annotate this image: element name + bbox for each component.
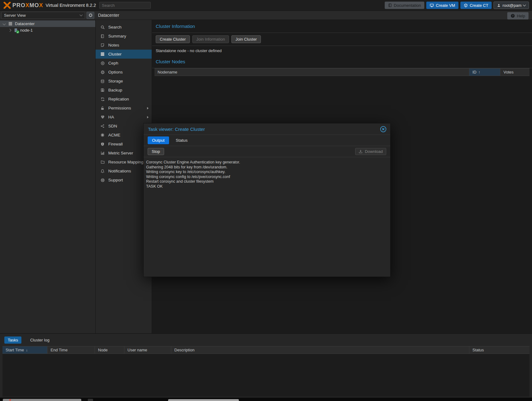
documentation-button[interactable]: Documentation — [385, 2, 424, 9]
tree-item-label: Datacenter — [15, 21, 35, 26]
task-viewer-modal: Task viewer: Create Cluster Output Statu… — [143, 123, 391, 277]
column-header-description[interactable]: Description — [171, 346, 469, 354]
column-header-node[interactable]: Node — [95, 346, 124, 354]
gear-icon — [100, 70, 105, 74]
cluster-information-title: Cluster Information — [152, 20, 532, 33]
menu-item-notes[interactable]: Notes — [96, 41, 152, 50]
proxmox-logo: PROXMOX Virtual Environment 8.2.2 — [3, 2, 96, 9]
column-header-nodename[interactable]: Nodename — [154, 69, 469, 76]
join-information-button[interactable]: Join Information — [192, 35, 229, 43]
taskbar-window-3[interactable] — [168, 399, 239, 401]
menu-label: Replication — [108, 97, 129, 101]
global-search-input[interactable] — [99, 2, 151, 9]
tree-item-label: node-1 — [20, 28, 33, 33]
book-icon — [388, 3, 392, 7]
menu-label: Ceph — [108, 61, 118, 65]
help-button[interactable]: ? Help — [507, 12, 529, 20]
chevron-down-icon — [523, 3, 526, 7]
view-select-dropdown[interactable]: Server View — [1, 12, 85, 19]
menu-label: Cluster — [108, 52, 122, 56]
menu-label: Permissions — [108, 106, 131, 110]
download-label: Download — [365, 149, 383, 154]
user-menu-button[interactable]: root@pam — [494, 2, 529, 9]
tree-item-node-1[interactable]: node-1 — [0, 27, 95, 33]
tab-output[interactable]: Output — [148, 136, 169, 144]
life-ring-icon — [100, 178, 105, 182]
cluster-information-toolbar: Create Cluster Join Information Join Clu… — [152, 33, 532, 46]
sort-desc-icon: ↓ — [26, 348, 28, 352]
view-settings-button[interactable] — [87, 12, 94, 19]
tab-status[interactable]: Status — [172, 136, 192, 144]
seal-icon — [100, 133, 105, 137]
create-ct-button[interactable]: Create CT — [460, 2, 492, 9]
menu-item-cluster[interactable]: Cluster — [96, 50, 152, 59]
caret-right-icon[interactable] — [9, 29, 12, 31]
menu-label: Notifications — [108, 169, 131, 173]
taskbar-window-2[interactable] — [88, 399, 93, 401]
download-button[interactable]: Download — [355, 148, 386, 155]
column-header-votes[interactable]: Votes — [500, 69, 530, 76]
create-vm-button[interactable]: Create VM — [426, 2, 458, 9]
menu-item-backup[interactable]: Backup — [96, 86, 152, 95]
task-log-output[interactable]: Corosync Cluster Engine Authentication k… — [144, 157, 390, 277]
server-stack-icon — [100, 52, 105, 56]
join-cluster-button[interactable]: Join Cluster — [231, 35, 261, 43]
column-header-status[interactable]: Status — [469, 346, 530, 354]
menu-label: Metric Server — [108, 151, 133, 155]
log-line: Writing corosync config to /etc/pve/coro… — [146, 175, 388, 180]
menu-item-summary[interactable]: Summary — [96, 32, 152, 41]
menu-item-options[interactable]: Options — [96, 68, 152, 77]
column-header-user-name[interactable]: User name — [124, 346, 171, 354]
tree-item-datacenter[interactable]: Datacenter — [0, 20, 95, 27]
menu-item-ceph[interactable]: Ceph — [96, 59, 152, 68]
column-label: Description — [174, 348, 194, 352]
tab-cluster-log[interactable]: Cluster log — [27, 336, 53, 344]
taskbar-strip — [0, 398, 532, 401]
column-header-id[interactable]: ID ↑ — [469, 69, 500, 76]
column-label: Nodename — [158, 70, 177, 74]
taskbar-window-1[interactable] — [3, 399, 81, 401]
cube-icon — [464, 3, 468, 7]
modal-title: Task viewer: Create Cluster — [148, 127, 205, 132]
log-line: Writing corosync key to /etc/corosync/au… — [146, 170, 388, 175]
create-cluster-button[interactable]: Create Cluster — [156, 35, 190, 43]
menu-item-search[interactable]: Search — [96, 23, 152, 32]
brand-text: PROXMOX — [12, 2, 43, 9]
menu-label: Search — [108, 25, 122, 29]
tasks-grid-body — [2, 354, 530, 397]
menu-item-permissions[interactable]: Permissions — [96, 104, 152, 113]
datacenter-icon — [8, 21, 13, 26]
column-label: End Time — [51, 348, 68, 352]
menu-label: Firewall — [108, 142, 123, 146]
log-line: Restart corosync and cluster filesystem — [146, 179, 388, 184]
cluster-nodes-title: Cluster Nodes — [152, 55, 532, 68]
stop-button[interactable]: Stop — [148, 148, 164, 155]
menu-item-replication[interactable]: Replication — [96, 95, 152, 104]
log-line: Gathering 2048 bits for key from /dev/ur… — [146, 165, 388, 170]
submenu-arrow-icon — [147, 107, 149, 109]
bottom-log-panel: Tasks Cluster log Start Time ↓ End Time … — [0, 333, 532, 398]
column-label: Votes — [503, 70, 514, 74]
menu-label: Notes — [108, 43, 119, 47]
tab-tasks[interactable]: Tasks — [4, 336, 21, 344]
column-header-start-time[interactable]: Start Time ↓ — [2, 346, 47, 354]
caret-down-icon[interactable] — [3, 23, 6, 25]
cluster-nodes-grid-header: Nodename ID ↑ Votes — [154, 68, 530, 76]
menu-label: HA — [108, 115, 114, 119]
modal-header[interactable]: Task viewer: Create Cluster — [144, 123, 390, 135]
bell-icon — [100, 169, 105, 173]
subheader-bar: Server View Datacenter ? Help — [0, 11, 532, 20]
proxmox-x-icon — [3, 2, 11, 9]
menu-item-storage[interactable]: Storage — [96, 77, 152, 86]
log-line: TASK OK — [146, 184, 388, 189]
user-icon — [497, 3, 501, 7]
book-icon — [100, 34, 105, 38]
magnifier-icon — [100, 25, 105, 29]
column-label: Status — [472, 348, 484, 352]
download-icon — [359, 149, 363, 154]
close-icon[interactable] — [380, 126, 387, 132]
column-header-end-time[interactable]: End Time — [47, 346, 95, 354]
folder-icon — [100, 160, 105, 164]
column-label: Node — [98, 348, 108, 352]
menu-item-ha[interactable]: HA — [96, 113, 152, 122]
